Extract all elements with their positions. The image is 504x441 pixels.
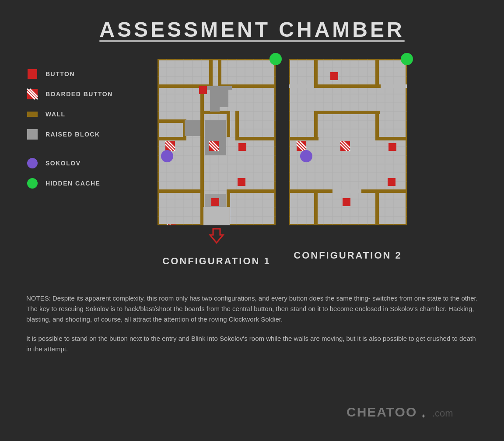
- map-wrapper-config2: CONFIGURATION 2: [289, 59, 407, 261]
- raised-block-icon: [26, 128, 38, 140]
- svg-rect-85: [211, 198, 219, 206]
- legend-label-sokolov: SOKOLOV: [46, 160, 81, 167]
- svg-rect-132: [375, 189, 407, 193]
- svg-text:✦: ✦: [421, 413, 426, 420]
- legend-item-button: BUTTON: [26, 68, 140, 80]
- page-title: ASSESSMENT CHAMBER: [26, 18, 478, 42]
- svg-rect-49: [235, 137, 276, 140]
- svg-rect-146: [388, 143, 396, 151]
- watermark: CHEATOO .com ✦: [346, 400, 478, 424]
- svg-rect-44: [218, 59, 221, 88]
- svg-rect-6: [27, 129, 38, 140]
- svg-rect-84: [238, 178, 245, 186]
- svg-rect-125: [375, 59, 379, 88]
- svg-rect-148: [343, 198, 350, 206]
- svg-point-7: [27, 158, 38, 168]
- svg-rect-48: [235, 111, 239, 137]
- svg-rect-127: [375, 137, 407, 140]
- svg-rect-58: [210, 86, 220, 112]
- entry-arrow: [208, 227, 225, 248]
- boarded-button-icon: [26, 88, 38, 100]
- wall-icon: [26, 108, 38, 120]
- hidden-cache-dot-config1: [270, 53, 282, 65]
- maps-container: CONFIGURATION 1: [158, 59, 478, 267]
- svg-rect-124: [314, 59, 318, 88]
- legend-item-hidden-cache: HIDDEN CACHE: [26, 177, 140, 189]
- legend-item-boarded-button: BOARDED BUTTON: [26, 88, 140, 100]
- svg-text:.com: .com: [432, 408, 453, 419]
- svg-rect-50: [158, 189, 201, 193]
- svg-rect-126: [289, 137, 318, 140]
- svg-rect-46: [158, 137, 184, 140]
- map-label-config2: CONFIGURATION 2: [294, 250, 402, 261]
- button-icon: [26, 68, 38, 80]
- map-config2: [289, 59, 407, 225]
- svg-rect-0: [28, 69, 37, 79]
- svg-rect-136: [332, 189, 361, 193]
- svg-point-149: [300, 150, 312, 162]
- notes-paragraph-1: NOTES: Despite its apparent complexity, …: [26, 293, 478, 325]
- svg-rect-83: [238, 143, 246, 151]
- svg-rect-45: [158, 119, 184, 123]
- legend-label-wall: WALL: [46, 111, 66, 118]
- legend-item-sokolov: SOKOLOV: [26, 157, 140, 169]
- svg-rect-134: [375, 189, 379, 225]
- svg-point-8: [27, 178, 38, 189]
- svg-rect-82: [199, 86, 207, 94]
- svg-rect-129: [375, 111, 379, 140]
- page-container: ASSESSMENT CHAMBER BUTTON: [0, 0, 504, 441]
- map-label-config1: CONFIGURATION 1: [162, 256, 270, 267]
- svg-rect-133: [314, 189, 318, 225]
- svg-rect-128: [314, 111, 318, 140]
- map-config1: [158, 59, 276, 225]
- legend-item-raised-block: RAISED BLOCK: [26, 128, 140, 140]
- sokolov-icon: [26, 157, 38, 169]
- svg-point-86: [161, 150, 173, 162]
- content-area: BUTTON BOARDED BUTTON: [26, 59, 478, 267]
- legend-label-raised-block: RAISED BLOCK: [46, 131, 100, 138]
- svg-rect-51: [227, 189, 276, 193]
- map-svg-config2: [289, 59, 407, 225]
- map-svg-config1: [158, 59, 276, 225]
- svg-rect-87: [203, 207, 230, 225]
- legend-label-boarded-button: BOARDED BUTTON: [46, 91, 113, 98]
- svg-rect-123: [381, 84, 407, 88]
- svg-rect-43: [209, 59, 213, 88]
- svg-rect-54: [200, 111, 204, 189]
- legend-label-button: BUTTON: [46, 70, 75, 77]
- notes-paragraph-2: It is possible to stand on the button ne…: [26, 333, 478, 354]
- svg-text:CHEATOO: CHEATOO: [346, 405, 417, 419]
- svg-rect-61: [185, 120, 200, 136]
- svg-rect-122: [289, 84, 315, 88]
- svg-rect-131: [289, 189, 318, 193]
- svg-rect-147: [388, 178, 396, 186]
- svg-marker-88: [210, 229, 223, 243]
- notes-section: NOTES: Despite its apparent complexity, …: [26, 284, 478, 372]
- svg-rect-52: [200, 189, 204, 225]
- map-wrapper-config1: CONFIGURATION 1: [158, 59, 276, 267]
- svg-rect-5: [27, 112, 38, 117]
- svg-rect-60: [220, 86, 228, 107]
- legend: BUTTON BOARDED BUTTON: [26, 59, 140, 197]
- hidden-cache-icon: [26, 177, 38, 189]
- svg-rect-55: [227, 111, 230, 137]
- legend-item-wall: WALL: [26, 108, 140, 120]
- svg-rect-145: [330, 72, 338, 80]
- legend-label-hidden-cache: HIDDEN CACHE: [46, 180, 100, 187]
- title-section: ASSESSMENT CHAMBER: [26, 18, 478, 42]
- svg-rect-130: [314, 111, 380, 114]
- hidden-cache-dot-config2: [401, 53, 413, 65]
